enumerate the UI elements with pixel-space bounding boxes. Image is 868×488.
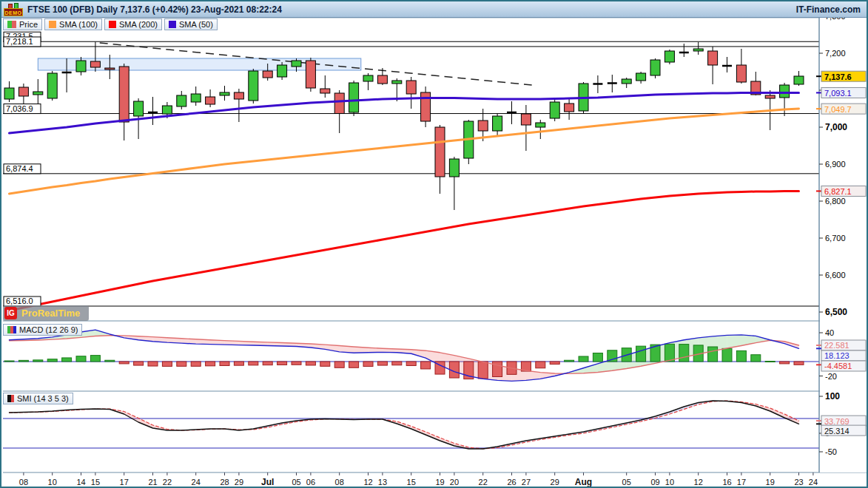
smi-legend-label: SMI (14 3 5 3) xyxy=(17,394,69,403)
macd-histogram-bar xyxy=(263,362,272,365)
macd-badge: 18.123 xyxy=(821,350,866,361)
macd-histogram-bar xyxy=(206,362,215,366)
prorealtime-watermark: IG ProRealTime xyxy=(3,305,89,321)
smi-legend-button[interactable]: SMI (14 3 5 3) xyxy=(3,393,73,404)
svg-text:08: 08 xyxy=(335,478,344,487)
macd-histogram-bar xyxy=(636,346,646,362)
svg-text:16: 16 xyxy=(722,478,731,487)
demo-badge: DEMO xyxy=(4,3,23,16)
svg-text:6,600: 6,600 xyxy=(825,271,846,279)
svg-text:7,200: 7,200 xyxy=(825,49,846,58)
macd-histogram-bar xyxy=(349,362,359,367)
svg-text:29: 29 xyxy=(235,478,243,487)
smi-swatch-icon xyxy=(7,395,14,402)
svg-text:6,700: 6,700 xyxy=(825,234,846,243)
sma50-legend-button[interactable]: SMA (50) xyxy=(164,18,218,30)
svg-text:24: 24 xyxy=(809,478,818,487)
svg-text:22.581: 22.581 xyxy=(824,341,850,350)
macd-histogram-bar xyxy=(277,362,287,365)
candle xyxy=(306,58,315,92)
demo-candles-icon xyxy=(6,3,21,8)
candle xyxy=(464,120,474,164)
svg-text:-50: -50 xyxy=(825,447,837,456)
svg-text:13: 13 xyxy=(378,478,387,487)
svg-text:7,093.1: 7,093.1 xyxy=(824,89,852,98)
price-legend-button[interactable]: Price xyxy=(3,18,42,30)
macd-histogram-bar xyxy=(148,362,158,366)
macd-histogram-bar xyxy=(780,362,790,364)
svg-text:06: 06 xyxy=(306,478,315,487)
macd-histogram-bar xyxy=(550,362,559,365)
svg-text:22: 22 xyxy=(479,478,488,487)
macd-histogram-bar xyxy=(536,362,545,368)
price-legend-label: Price xyxy=(19,20,38,29)
macd-histogram-bar xyxy=(708,347,718,362)
macd-histogram-bar xyxy=(18,360,28,362)
svg-text:15: 15 xyxy=(407,478,416,487)
svg-text:6,874.4: 6,874.4 xyxy=(6,164,33,173)
sma100-swatch-icon xyxy=(49,21,56,28)
candle xyxy=(249,69,258,104)
macd-histogram-bar xyxy=(177,362,186,366)
macd-histogram-bar xyxy=(736,350,746,362)
macd-histogram-bar xyxy=(249,362,258,365)
svg-text:6,827.1: 6,827.1 xyxy=(824,187,852,196)
prorealtime-label: ProRealTime xyxy=(21,308,80,319)
macd-histogram-bar xyxy=(794,362,804,365)
macd-legend-button[interactable]: MACD (12 26 9) xyxy=(3,324,82,336)
svg-text:7,036.9: 7,036.9 xyxy=(6,104,33,113)
sma200-swatch-icon xyxy=(109,21,116,28)
svg-text:20: 20 xyxy=(450,478,459,487)
svg-text:100: 100 xyxy=(825,391,840,401)
price-swatch-icon xyxy=(7,21,16,28)
macd-histogram-bar xyxy=(565,360,574,362)
macd-histogram-bar xyxy=(105,360,115,362)
svg-text:17: 17 xyxy=(737,478,746,487)
macd-histogram-bar xyxy=(33,360,43,362)
brand-label: IT-Finance.com xyxy=(796,4,861,15)
svg-text:7,049.7: 7,049.7 xyxy=(824,105,852,114)
svg-text:12: 12 xyxy=(694,478,703,487)
candle xyxy=(665,50,674,64)
macd-histogram-bar xyxy=(90,356,100,362)
svg-text:7,218.1: 7,218.1 xyxy=(6,37,33,46)
sma200-legend-button[interactable]: SMA (200) xyxy=(104,18,162,30)
svg-text:08: 08 xyxy=(19,478,28,487)
svg-text:24: 24 xyxy=(192,478,201,487)
svg-text:7,000: 7,000 xyxy=(825,122,847,132)
candle xyxy=(277,62,287,80)
macd-histogram-bar xyxy=(191,362,201,366)
macd-legend-label: MACD (12 26 9) xyxy=(19,325,78,334)
macd-histogram-bar xyxy=(765,362,775,362)
legend-row: Price SMA (100) SMA (200) SMA (50) xyxy=(3,18,218,30)
svg-text:05: 05 xyxy=(292,478,300,487)
macd-histogram-bar xyxy=(421,362,431,369)
svg-text:-4.4581: -4.4581 xyxy=(824,362,852,370)
svg-text:14: 14 xyxy=(76,478,85,487)
svg-text:28: 28 xyxy=(220,478,229,487)
title-bar: DEMO FTSE 100 (DFB) Daily 7,137.6 (+0.42… xyxy=(1,1,867,18)
price-badge: 6,827.1 xyxy=(821,186,866,196)
sma200-legend-label: SMA (200) xyxy=(119,20,158,29)
svg-text:21: 21 xyxy=(148,478,157,487)
svg-text:26: 26 xyxy=(507,478,516,487)
svg-text:23: 23 xyxy=(794,478,803,487)
macd-histogram-bar xyxy=(162,362,172,366)
macd-histogram-bar xyxy=(320,362,330,366)
svg-text:27: 27 xyxy=(522,478,531,487)
macd-histogram-bar xyxy=(679,345,689,362)
macd-histogram-bar xyxy=(579,356,588,362)
svg-text:15: 15 xyxy=(91,478,100,487)
sma100-legend-button[interactable]: SMA (100) xyxy=(44,18,102,30)
svg-text:09: 09 xyxy=(650,478,659,487)
macd-histogram-bar xyxy=(406,362,416,365)
macd-histogram-bar xyxy=(220,362,229,365)
sma50-legend-label: SMA (50) xyxy=(179,20,213,29)
svg-text:22: 22 xyxy=(163,478,172,487)
svg-text:6,800: 6,800 xyxy=(825,197,846,206)
macd-histogram-bar xyxy=(493,362,502,376)
time-axis: 08101415172122242829Jul05060812131519202… xyxy=(3,472,868,488)
svg-text:7,137.6: 7,137.6 xyxy=(824,72,852,81)
macd-histogram-bar xyxy=(62,358,72,362)
macd-histogram-bar xyxy=(4,361,14,362)
